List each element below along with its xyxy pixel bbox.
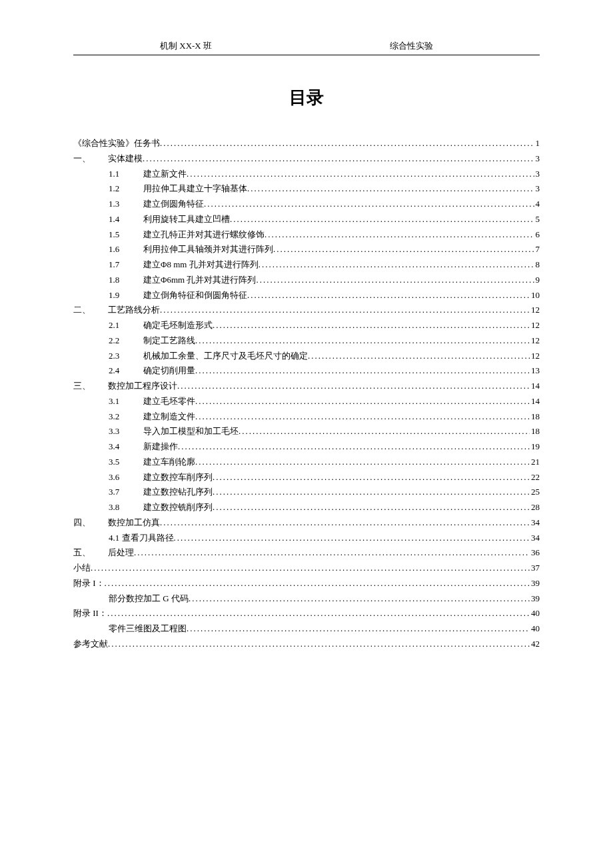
table-of-contents: 《综合性实验》任务书1一、实体建模31.1建立新文件31.2用拉伸工具建立十字轴… bbox=[73, 136, 540, 652]
toc-entry: 3.8建立数控铣削序列28 bbox=[73, 500, 540, 515]
toc-entry-page: 39 bbox=[530, 576, 540, 591]
toc-entry-number: 3.3 bbox=[109, 424, 143, 439]
toc-entry: 零件三维图及工程图40 bbox=[73, 621, 540, 637]
toc-entry-page: 13 bbox=[530, 363, 540, 379]
toc-entry-label: 二、工艺路线分析 bbox=[73, 303, 160, 318]
toc-leader-dots bbox=[105, 576, 530, 591]
toc-entry-label: 1.4利用旋转工具建立凹槽 bbox=[109, 212, 230, 227]
toc-entry: 五、后处理36 bbox=[73, 545, 540, 561]
toc-entry: 一、实体建模3 bbox=[73, 151, 540, 167]
toc-title: 目录 bbox=[73, 86, 540, 109]
toc-entry-page: 12 bbox=[530, 349, 540, 364]
toc-entry-label: 3.7建立数控钻孔序列 bbox=[109, 485, 213, 500]
toc-entry-page: 3 bbox=[534, 167, 540, 182]
toc-entry: 1.2用拉伸工具建立十字轴基体3 bbox=[73, 181, 540, 197]
toc-entry-page: 22 bbox=[530, 470, 540, 485]
toc-entry: 1.7建立Φ8 mm 孔并对其进行阵列8 bbox=[73, 257, 540, 273]
toc-entry: 参考文献42 bbox=[73, 637, 540, 652]
toc-entry: 二、工艺路线分析12 bbox=[73, 303, 540, 318]
toc-entry: 3.6建立数控车削序列22 bbox=[73, 470, 540, 485]
toc-entry-label: 部分数控加工 G 代码 bbox=[109, 591, 189, 607]
toc-leader-dots bbox=[189, 591, 530, 607]
toc-entry-number: 1.9 bbox=[109, 288, 143, 303]
toc-entry-number: 二、 bbox=[73, 303, 108, 318]
toc-entry-label: 1.9建立倒角特征和倒圆角特征 bbox=[109, 288, 247, 303]
toc-leader-dots bbox=[247, 181, 534, 197]
toc-entry-label: 一、实体建模 bbox=[73, 151, 143, 167]
toc-entry-label: 附录 I： bbox=[73, 576, 105, 591]
document-page: 机制 XX-X 班 综合性实验 目录 《综合性实验》任务书1一、实体建模31.1… bbox=[0, 0, 613, 692]
toc-entry-label: 1.8建立Φ6mm 孔并对其进行阵列 bbox=[109, 273, 256, 288]
toc-entry: 1.4利用旋转工具建立凹槽5 bbox=[73, 212, 540, 227]
toc-leader-dots bbox=[259, 257, 534, 273]
toc-entry-label: 1.3建立倒圆角特征 bbox=[109, 197, 204, 212]
toc-leader-dots bbox=[195, 394, 530, 409]
toc-entry-page: 9 bbox=[534, 273, 540, 288]
toc-entry-page: 19 bbox=[530, 439, 540, 455]
toc-entry-number: 3.2 bbox=[109, 409, 143, 425]
toc-entry: 1.1建立新文件3 bbox=[73, 167, 540, 182]
toc-entry-label: 3.1建立毛坯零件 bbox=[109, 394, 195, 409]
toc-entry-page: 10 bbox=[530, 288, 540, 303]
toc-leader-dots bbox=[187, 167, 534, 182]
toc-entry-page: 37 bbox=[530, 561, 540, 576]
toc-entry-number: 三、 bbox=[73, 379, 108, 394]
toc-entry-page: 7 bbox=[534, 242, 540, 257]
toc-entry-label: 2.2制定工艺路线 bbox=[109, 333, 195, 349]
toc-entry: 部分数控加工 G 代码39 bbox=[73, 591, 540, 607]
toc-leader-dots bbox=[160, 136, 534, 151]
page-header: 机制 XX-X 班 综合性实验 bbox=[73, 40, 540, 55]
toc-leader-dots bbox=[195, 455, 530, 470]
toc-entry-page: 25 bbox=[530, 485, 540, 500]
toc-entry-label: 1.7建立Φ8 mm 孔并对其进行阵列 bbox=[109, 257, 259, 273]
toc-entry-page: 5 bbox=[534, 212, 540, 227]
toc-entry-number: 2.4 bbox=[109, 363, 143, 379]
toc-leader-dots bbox=[273, 242, 534, 257]
toc-entry: 3.1建立毛坯零件14 bbox=[73, 394, 540, 409]
toc-leader-dots bbox=[213, 470, 530, 485]
toc-entry-page: 12 bbox=[530, 303, 540, 318]
toc-entry-page: 14 bbox=[530, 394, 540, 409]
toc-entry: 1.9建立倒角特征和倒圆角特征10 bbox=[73, 288, 540, 303]
toc-leader-dots bbox=[174, 531, 530, 546]
toc-entry-number: 2.3 bbox=[109, 349, 143, 364]
toc-entry: 附录 II：40 bbox=[73, 606, 540, 621]
toc-entry-number: 四、 bbox=[73, 515, 108, 531]
toc-entry: 1.3建立倒圆角特征4 bbox=[73, 197, 540, 212]
toc-entry-number: 一、 bbox=[73, 151, 108, 167]
toc-entry-label: 附录 II： bbox=[73, 606, 107, 621]
toc-entry-label: 1.5建立孔特正并对其进行螺纹修饰 bbox=[109, 227, 265, 243]
toc-entry: 《综合性实验》任务书1 bbox=[73, 136, 540, 151]
toc-entry: 四、数控加工仿真34 bbox=[73, 515, 540, 531]
toc-entry-page: 34 bbox=[530, 531, 540, 546]
toc-entry-label: 五、后处理 bbox=[73, 545, 134, 561]
toc-leader-dots bbox=[213, 500, 530, 515]
toc-entry: 附录 I：39 bbox=[73, 576, 540, 591]
toc-entry-number: 1.7 bbox=[109, 257, 143, 273]
toc-entry-page: 34 bbox=[530, 515, 540, 531]
header-right: 综合性实验 bbox=[390, 40, 486, 52]
toc-entry-number: 1.6 bbox=[109, 242, 143, 257]
toc-entry: 1.6利用拉伸工具轴颈并对其进行阵列7 bbox=[73, 242, 540, 257]
toc-entry: 3.4新建操作19 bbox=[73, 439, 540, 455]
toc-entry-label: 2.3机械加工余量、工序尺寸及毛坯尺寸的确定 bbox=[109, 349, 308, 364]
toc-leader-dots bbox=[178, 439, 530, 455]
toc-entry-label: 3.2建立制造文件 bbox=[109, 409, 195, 425]
toc-entry: 小结37 bbox=[73, 561, 540, 576]
toc-entry: 2.4确定切削用量13 bbox=[73, 363, 540, 379]
toc-entry-number: 3.6 bbox=[109, 470, 143, 485]
toc-entry-number: 五、 bbox=[73, 545, 108, 561]
toc-entry-page: 18 bbox=[530, 409, 540, 425]
toc-entry-number: 1.8 bbox=[109, 273, 143, 288]
toc-entry-label: 3.5建立车削轮廓 bbox=[109, 455, 195, 470]
toc-leader-dots bbox=[160, 515, 530, 531]
toc-entry-page: 42 bbox=[530, 637, 540, 652]
toc-entry-number: 3.8 bbox=[109, 500, 143, 515]
toc-entry-page: 12 bbox=[530, 318, 540, 333]
toc-entry-number: 3.4 bbox=[109, 439, 143, 455]
toc-entry-number: 3.1 bbox=[109, 394, 143, 409]
toc-entry-page: 21 bbox=[530, 455, 540, 470]
toc-entry-label: 1.6利用拉伸工具轴颈并对其进行阵列 bbox=[109, 242, 273, 257]
toc-entry: 2.2制定工艺路线12 bbox=[73, 333, 540, 349]
toc-entry-page: 36 bbox=[530, 545, 540, 561]
